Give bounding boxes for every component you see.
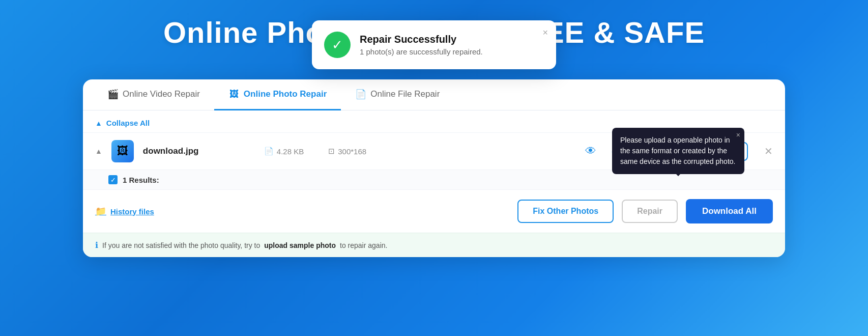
main-card: 🎬 Online Video Repair 🖼 Online Photo Rep…: [83, 79, 785, 257]
file-icon: 📄: [355, 89, 366, 100]
file-name: download.jpg: [143, 146, 235, 156]
info-text-suffix: to repair again.: [340, 241, 387, 249]
file-thumbnail: 🖼: [111, 140, 134, 162]
file-row: ▲ 🖼 download.jpg 📄 4.28 KB ⊡ 300*168 👁 ⬇…: [83, 132, 785, 170]
tab-file[interactable]: 📄 Online File Repair: [341, 79, 454, 110]
fix-other-photos-button[interactable]: Fix Other Photos: [517, 200, 614, 223]
file-chevron-icon[interactable]: ▲: [95, 147, 102, 155]
info-bar: ℹ If you are not satisfied with the phot…: [83, 233, 785, 257]
repair-success-toast: ✓ Repair Successfully 1 photo(s) are suc…: [312, 20, 556, 69]
tooltip-close-button[interactable]: ×: [736, 131, 740, 139]
chevron-up-icon: ▲: [95, 119, 102, 127]
download-all-button[interactable]: Download All: [686, 199, 773, 223]
repair-button[interactable]: Repair: [622, 200, 678, 223]
collapse-all-label: Collapse All: [106, 119, 150, 127]
tab-video[interactable]: 🎬 Online Video Repair: [93, 79, 214, 110]
file-size: 4.28 KB: [277, 147, 304, 156]
tooltip-text: Please upload a openable photo in the sa…: [620, 136, 735, 165]
file-icon-small: 📄: [264, 147, 274, 156]
toast-content: Repair Successfully 1 photo(s) are succe…: [360, 34, 483, 56]
tab-file-label: Online File Repair: [370, 89, 440, 99]
tab-photo[interactable]: 🖼 Online Photo Repair: [214, 79, 341, 110]
remove-file-button[interactable]: ✕: [764, 145, 773, 157]
file-dimensions: 300*168: [338, 147, 366, 156]
file-dims-meta: ⊡ 300*168: [328, 147, 366, 156]
tab-photo-label: Online Photo Repair: [244, 89, 327, 99]
info-text-prefix: If you are not satisfied with the photo …: [102, 241, 260, 249]
tab-video-label: Online Video Repair: [123, 89, 200, 99]
action-bar: 📁 History files Fix Other Photos Repair …: [83, 189, 785, 233]
folder-icon: 📁: [95, 206, 106, 217]
history-files-label: History files: [110, 207, 154, 216]
toast-subtitle: 1 photo(s) are successfully repaired.: [360, 47, 483, 56]
success-icon: ✓: [324, 32, 351, 58]
select-all-checkbox[interactable]: ✓: [108, 175, 118, 184]
info-icon: ℹ: [95, 240, 98, 250]
video-icon: 🎬: [107, 89, 119, 100]
file-size-meta: 📄 4.28 KB: [264, 147, 304, 156]
dims-icon: ⊡: [328, 147, 335, 156]
info-text-bold: upload sample photo: [264, 241, 336, 249]
toast-close-button[interactable]: ×: [542, 27, 548, 38]
toast-title: Repair Successfully: [360, 34, 483, 45]
history-files-link[interactable]: 📁 History files: [95, 206, 154, 217]
preview-button[interactable]: 👁: [585, 145, 596, 158]
results-label: 1 Results:: [123, 176, 159, 184]
tab-bar: 🎬 Online Video Repair 🖼 Online Photo Rep…: [83, 79, 785, 110]
photo-icon: 🖼: [228, 89, 240, 100]
upload-tooltip: × Please upload a openable photo in the …: [612, 128, 744, 174]
